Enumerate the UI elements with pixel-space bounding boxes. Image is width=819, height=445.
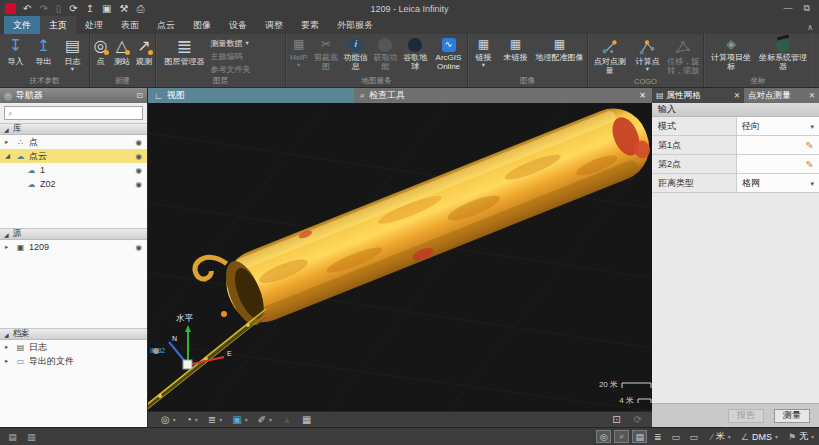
expand-icon[interactable]: ▸ [5,343,12,351]
point-to-point-measure-button[interactable]: 点对点测量 [588,35,632,78]
tab-home[interactable]: 主页 [40,16,76,34]
zoom-extents-button[interactable]: ⊡ [612,414,620,425]
inspect-toggle-icon[interactable]: ⌕ [614,430,629,443]
close-icon[interactable]: ✕ [639,91,646,100]
reference-folder-button[interactable]: 参考文件夹 [211,64,283,75]
georeference-image-button[interactable]: ▦ 地理配准图像 [533,35,587,78]
tree-item-exported-files[interactable]: ▸ ▭ 导出的文件 [0,354,147,368]
folder-toggle-icon[interactable]: ▭ [686,430,701,443]
expand-icon[interactable]: ▸ [5,357,12,365]
layer-display-dropdown[interactable]: ≣ ▾ [208,414,222,425]
new-observation-button[interactable]: ↗ 观测 [133,35,155,78]
point-style-dropdown[interactable]: ▣ ▾ [232,414,247,425]
restore-button[interactable]: ⧉ [804,3,810,14]
clip-basemap-button[interactable]: ✂ 剪裁底图 [311,35,341,78]
print-icon[interactable]: ⎙ [137,3,145,15]
tab-processing[interactable]: 处理 [76,16,112,34]
compute-point-button[interactable]: 计算点 ▾ [632,35,664,78]
minimize-button[interactable]: — [784,3,793,14]
visibility-eye-icon[interactable]: ◉ [135,152,142,161]
undo-icon[interactable]: ↶ [23,3,31,14]
tab-images[interactable]: 图像 [184,16,220,34]
hxip-button[interactable]: ▦ HxIP ▾ [286,35,311,78]
tab-instruments[interactable]: 设备 [220,16,256,34]
report-toggle-icon[interactable]: ▭ [668,430,683,443]
new-station-button[interactable]: △ 测站 [111,35,133,78]
layer-manager-button[interactable]: ≣ 图层管理器 [159,35,211,78]
inspect-tools-caption[interactable]: ⌕ 检查工具 ✕ [354,88,652,103]
distance-unit-selector[interactable]: ∕ 米 ▾ [711,430,731,443]
panel-pin-icon[interactable]: ⊡ [136,91,143,100]
visibility-eye-icon[interactable]: ◉ [135,166,142,175]
expand-icon[interactable]: ▸ [5,243,12,251]
close-icon[interactable]: ✕ [734,91,740,100]
search-box[interactable]: ⌕ [4,106,143,120]
tree-item-cloud-z02[interactable]: ☁ Z02 ◉ [0,177,147,191]
point-to-point-caption[interactable]: 点对点测量 ✕ [744,88,819,103]
theme-coding-button[interactable]: 主题编码 [211,51,283,62]
section-archive[interactable]: ◢ 档案 [0,328,147,340]
move-rotate-scale-button[interactable]: 位移，旋转，缩放 [663,35,703,78]
tools-icon[interactable]: ⚒ [120,3,129,14]
google-earth-button[interactable]: 谷歌地球 [400,35,430,78]
layers-toggle-icon[interactable]: ≣ [650,430,665,443]
close-icon[interactable]: ✕ [809,91,815,100]
pane-toggle-2-icon[interactable]: ▥ [24,430,39,443]
terrain-toggle[interactable]: ▲ [282,414,292,425]
angle-unit-selector[interactable]: ∠ DMS ▾ [741,432,778,442]
distance-type-select[interactable]: 格网 ▾ [736,174,819,192]
arcgis-online-button[interactable]: ∿ ArcGIS Online [430,35,467,78]
report-button[interactable]: 报告 [728,409,764,423]
tab-file[interactable]: 文件 [4,16,40,34]
tree-item-source-1209[interactable]: ▸ ▣ 1209 ◉ [0,240,147,254]
measure-button[interactable]: 测量 [774,409,810,423]
pane-toggle-1-icon[interactable]: ▤ [5,430,20,443]
get-features-button[interactable]: 获取功能 [371,35,401,78]
tab-external-services[interactable]: 外部服务 [328,16,382,34]
tab-features[interactable]: 要素 [292,16,328,34]
point2-field[interactable]: ✎ [736,155,819,173]
compute-project-coordinates-button[interactable]: ◈ 计算项目坐标 [706,35,756,78]
coordinate-system-manager-button[interactable]: 坐标系统管理器 [756,35,810,78]
edit-pencil-icon[interactable]: ✎ [806,159,814,170]
reset-view-button[interactable]: ⟳ [634,414,642,425]
sync-icon[interactable]: ⟳ [69,3,77,14]
paint-tool-dropdown[interactable]: ✐ ▾ [258,414,272,425]
window-icon[interactable]: ▣ [102,3,111,14]
point1-field[interactable]: ✎ [736,136,819,154]
redo-icon[interactable]: ↷ [39,3,47,14]
view-caption[interactable]: ∟ 视图 [148,88,354,103]
tab-adjustments[interactable]: 调整 [256,16,292,34]
tab-point-clouds[interactable]: 点云 [148,16,184,34]
tree-item-points[interactable]: ▸ ∴ 点 ◉ [0,135,147,149]
tab-surfaces[interactable]: 表面 [112,16,148,34]
expand-icon[interactable]: ◢ [5,152,12,160]
link-image-button[interactable]: ▦ 链接 ▾ [469,35,499,78]
section-source[interactable]: ◢ 源 [0,228,147,240]
import-button[interactable]: ↧ 导入 [2,35,30,78]
delete-icon[interactable]: ▯ [56,3,62,14]
export-button[interactable]: ↥ 导出 [30,35,58,78]
tree-item-reports[interactable]: ▸ ▤ 日志 [0,340,147,354]
new-point-button[interactable]: ◎ 点 [90,35,111,78]
collapse-ribbon-button[interactable]: ∧ [807,23,813,32]
reports-button[interactable]: ▤ 日志 ▾ [58,35,88,78]
navigator-toggle-icon[interactable]: ◎ [596,430,611,443]
3d-canvas[interactable]: 水平 N E iM32 20 米 4 米 [148,103,652,411]
visibility-eye-icon[interactable]: ◉ [135,243,142,252]
visibility-eye-icon[interactable]: ◉ [135,180,142,189]
unlink-image-button[interactable]: ▦ 未链接 [499,35,533,78]
edit-pencil-icon[interactable]: ✎ [806,140,814,151]
search-input[interactable] [16,108,139,118]
export-project-icon[interactable]: ↥ [86,3,94,14]
property-grid-caption[interactable]: ▤ 属性网格 ✕ [652,88,744,103]
visibility-eye-icon[interactable]: ◉ [135,138,142,147]
tree-item-cloud-1[interactable]: ☁ 1 ◉ [0,163,147,177]
tree-item-point-clouds[interactable]: ◢ ☁ 点云 ◉ [0,149,147,163]
grid-toggle[interactable]: ▦ [302,414,311,425]
coding-flag-selector[interactable]: ⚑ 无 ▾ [788,430,814,443]
feature-info-button[interactable]: i 功能信息 [341,35,371,78]
expand-icon[interactable]: ▸ [5,138,12,146]
visibility-dropdown[interactable]: ◎ ▾ [161,414,176,425]
measurement-data-button[interactable]: 测量数据 ▾ [211,38,283,49]
